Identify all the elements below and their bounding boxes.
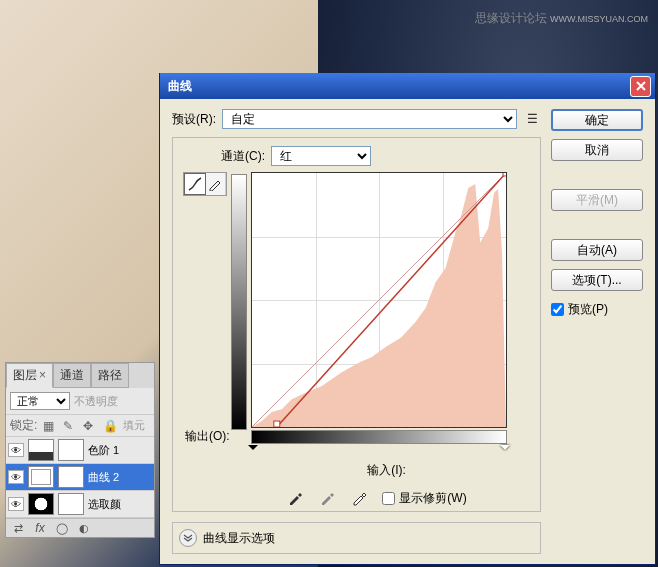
fx-icon[interactable]: fx [32, 521, 48, 535]
channel-label: 通道(C): [221, 148, 265, 165]
opacity-label: 不透明度 [74, 394, 118, 409]
curve-graph[interactable] [251, 172, 507, 428]
lock-label: 锁定: [10, 417, 37, 434]
curve-group: 通道(C): 红 [172, 137, 541, 512]
auto-button[interactable]: 自动(A) [551, 239, 643, 261]
output-gradient [231, 174, 247, 430]
panel-tabs: 图层× 通道 路径 [6, 363, 154, 388]
curve-tool-buttons [183, 172, 227, 196]
channel-select[interactable]: 红 [271, 146, 371, 166]
titlebar[interactable]: 曲线 [160, 73, 655, 99]
preview-checkbox[interactable] [551, 303, 564, 316]
dialog-title: 曲线 [164, 78, 630, 95]
adjustment-icon[interactable]: ◐ [76, 521, 92, 535]
output-label: 输出(O): [185, 428, 230, 445]
layer-name: 曲线 2 [88, 470, 119, 485]
link-layers-icon[interactable]: ⇄ [10, 521, 26, 535]
tab-layers-label: 图层 [13, 368, 37, 382]
point-curve-tool[interactable] [184, 173, 206, 195]
black-point-slider[interactable] [248, 445, 258, 455]
close-button[interactable] [630, 76, 651, 97]
svg-line-1 [277, 173, 506, 427]
input-gradient[interactable] [251, 430, 507, 444]
ok-button[interactable]: 确定 [551, 109, 643, 131]
mask-icon[interactable]: ◯ [54, 521, 70, 535]
mask-thumb-icon [58, 493, 84, 515]
lock-all-icon[interactable]: 🔒 [103, 419, 117, 433]
layer-name: 色阶 1 [88, 443, 119, 458]
visibility-toggle-icon[interactable]: 👁 [8, 443, 24, 457]
curve-point-icon [187, 176, 203, 192]
input-label: 输入(I): [241, 462, 532, 479]
gray-eyedropper[interactable] [318, 489, 336, 507]
show-clipping-check[interactable]: 显示修剪(W) [382, 490, 466, 507]
preview-label: 预览(P) [568, 301, 608, 318]
layer-item-curves[interactable]: 👁 曲线 2 [6, 464, 154, 491]
white-eyedropper[interactable] [350, 489, 368, 507]
curves-dialog: 曲线 预设(R): 自定 ☰ 通道(C): 红 [159, 73, 656, 565]
tab-channels[interactable]: 通道 [53, 363, 91, 388]
panel-footer: ⇄ fx ◯ ◐ [6, 518, 154, 537]
show-clipping-label: 显示修剪(W) [399, 490, 466, 507]
tab-layers[interactable]: 图层× [6, 363, 53, 388]
curve-line [252, 173, 506, 427]
svg-rect-3 [503, 173, 506, 176]
svg-line-0 [252, 173, 506, 427]
svg-rect-2 [274, 421, 280, 427]
white-point-slider[interactable] [500, 445, 510, 455]
blend-mode-select[interactable]: 正常 [10, 392, 70, 410]
tab-paths[interactable]: 路径 [91, 363, 129, 388]
lock-move-icon[interactable]: ✥ [83, 419, 97, 433]
preset-menu-icon[interactable]: ☰ [523, 110, 541, 128]
visibility-toggle-icon[interactable]: 👁 [8, 497, 24, 511]
watermark: 思缘设计论坛 WWW.MISSYUAN.COM [475, 10, 648, 27]
adjustment-thumb-icon [28, 466, 54, 488]
black-eyedropper[interactable] [286, 489, 304, 507]
expand-options-button[interactable] [179, 529, 197, 547]
lock-transparency-icon[interactable]: ▦ [43, 419, 57, 433]
lock-pixels-icon[interactable]: ✎ [63, 419, 77, 433]
mask-thumb-icon [58, 466, 84, 488]
preset-select[interactable]: 自定 [222, 109, 517, 129]
layer-item-selectivecolor[interactable]: 👁 选取颜 [6, 491, 154, 518]
layer-name: 选取颜 [88, 497, 121, 512]
layers-panel: 图层× 通道 路径 正常 不透明度 锁定: ▦ ✎ ✥ 🔒 填元 👁 色阶 1 … [5, 362, 155, 538]
cancel-button[interactable]: 取消 [551, 139, 643, 161]
preset-label: 预设(R): [172, 111, 216, 128]
layer-item-levels[interactable]: 👁 色阶 1 [6, 437, 154, 464]
chevrons-down-icon [183, 533, 193, 543]
adjustment-thumb-icon [28, 439, 54, 461]
close-icon [635, 80, 647, 92]
show-clipping-checkbox[interactable] [382, 492, 395, 505]
fill-label: 填元 [123, 418, 145, 433]
pencil-icon [208, 177, 222, 191]
smooth-button: 平滑(M) [551, 189, 643, 211]
tab-close-icon[interactable]: × [39, 368, 46, 382]
display-options-group: 曲线显示选项 [172, 522, 541, 554]
display-options-label: 曲线显示选项 [203, 530, 275, 547]
mask-thumb-icon [58, 439, 84, 461]
watermark-text: 思缘设计论坛 [475, 11, 547, 25]
options-button[interactable]: 选项(T)... [551, 269, 643, 291]
adjustment-thumb-icon [28, 493, 54, 515]
pencil-curve-tool[interactable] [206, 173, 227, 195]
visibility-toggle-icon[interactable]: 👁 [8, 470, 24, 484]
watermark-url: WWW.MISSYUAN.COM [550, 14, 648, 24]
preview-check[interactable]: 预览(P) [551, 301, 643, 318]
